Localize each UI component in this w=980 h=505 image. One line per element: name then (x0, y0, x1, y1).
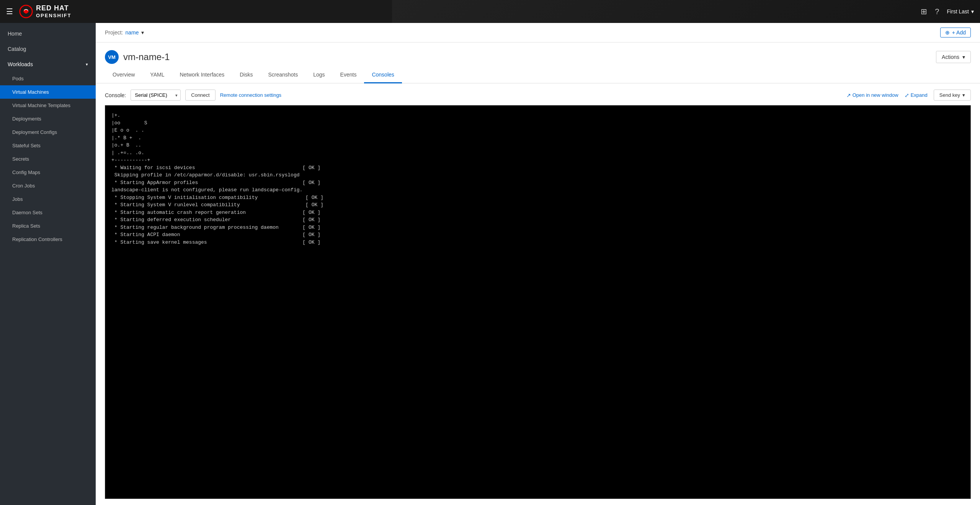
sidebar-item-workloads[interactable]: Workloads ▾ (0, 57, 96, 72)
vm-badge: VM (105, 50, 119, 64)
tab-disks[interactable]: Disks (232, 67, 260, 83)
sidebar-item-cron-jobs[interactable]: Cron Jobs (0, 179, 96, 192)
user-menu[interactable]: First Last ▾ (947, 8, 974, 15)
sidebar-item-virtual-machines[interactable]: Virtual Machines (0, 85, 96, 99)
sidebar-item-config-maps[interactable]: Config Maps (0, 166, 96, 179)
openshift-logo-icon (19, 5, 33, 18)
terminal-line: * Stopping System V initialisation compa… (111, 194, 964, 202)
hamburger-icon[interactable]: ☰ (6, 7, 13, 16)
terminal-window[interactable]: |+.|oo S|E o o . .|.* B + .|o.+ B ..| .+… (105, 105, 971, 499)
terminal-line: * Starting automatic crash report genera… (111, 209, 964, 217)
sidebar-item-catalog[interactable]: Catalog (0, 41, 96, 57)
user-menu-chevron-icon: ▾ (971, 8, 974, 15)
terminal-line: Skipping profile in /etc/apparmor.d/disa… (111, 171, 964, 179)
workloads-chevron-icon: ▾ (86, 62, 88, 67)
console-actions: ↗ Open in new window ⤢ Expand Send key ▾ (846, 90, 971, 101)
top-navigation: ☰ RED HAT OPENSHIFT ⊞ ? First Last ▾ (0, 0, 980, 23)
project-bar: Project: name ▾ ⊕ + Add (96, 23, 980, 42)
sidebar-item-jobs[interactable]: Jobs (0, 192, 96, 206)
send-key-button[interactable]: Send key ▾ (934, 90, 971, 101)
terminal-line: | .+=.. .o. (111, 149, 964, 157)
terminal-line: |oo S (111, 119, 964, 127)
sidebar-item-replica-sets[interactable]: Replica Sets (0, 219, 96, 233)
terminal-line: landscape-client is not configured, plea… (111, 186, 964, 194)
connect-button[interactable]: Connect (185, 90, 215, 101)
add-button[interactable]: ⊕ + Add (940, 28, 971, 37)
user-name: First Last (947, 8, 969, 15)
tab-events[interactable]: Events (333, 67, 364, 83)
remote-connection-link[interactable]: Remote connection settings (220, 92, 281, 98)
sidebar-item-pods[interactable]: Pods (0, 72, 96, 85)
sidebar-item-secrets[interactable]: Secrets (0, 152, 96, 166)
terminal-line: |o.+ B .. (111, 142, 964, 149)
sidebar: Home Catalog Workloads ▾ PodsVirtual Mac… (0, 23, 96, 505)
add-label: + Add (952, 29, 966, 36)
actions-label: Actions (942, 54, 959, 60)
terminal-line: * Starting AppArmor profiles [ OK ] (111, 179, 964, 187)
help-icon[interactable]: ? (935, 7, 939, 16)
project-chevron-icon: ▾ (141, 29, 144, 36)
tab-screenshots[interactable]: Screanshots (260, 67, 305, 83)
terminal-line: |.* B + . (111, 134, 964, 142)
project-name: name (125, 29, 139, 36)
console-section: Console: Serial (SPICE) VNC Console Desk… (96, 83, 980, 505)
sidebar-item-stateful-sets[interactable]: Stateful Sets (0, 139, 96, 152)
sidebar-item-deployment-configs[interactable]: Deployment Configs (0, 125, 96, 139)
tab-consoles[interactable]: Consoles (364, 67, 402, 83)
sidebar-item-replication-controllers[interactable]: Replication Controllers (0, 233, 96, 246)
grid-icon[interactable]: ⊞ (921, 7, 927, 16)
tabs-bar: OverviewYAMLNetwork InterfacesDisksScrea… (96, 67, 980, 83)
sidebar-item-deployments[interactable]: Deployments (0, 112, 96, 125)
terminal-line: * Starting ACPI daemon [ OK ] (111, 231, 964, 239)
workloads-subitems: PodsVirtual MachinesVirtual Machine Temp… (0, 72, 96, 246)
console-select[interactable]: Serial (SPICE) VNC Console Desktop Viewe… (131, 90, 181, 101)
tab-logs[interactable]: Logs (305, 67, 332, 83)
terminal-line: * Starting regular background program pr… (111, 224, 964, 231)
console-label: Console: (105, 92, 126, 98)
console-select-wrapper[interactable]: Serial (SPICE) VNC Console Desktop Viewe… (131, 90, 181, 101)
tab-network-interfaces[interactable]: Network Interfaces (172, 67, 232, 83)
logo-area: RED HAT OPENSHIFT (19, 4, 71, 18)
terminal-line: * Waiting for iscsi devices [ OK ] (111, 164, 964, 172)
terminal-line: * Starting deferred execution scheduler … (111, 216, 964, 224)
content-area: Project: name ▾ ⊕ + Add VM vm-name-1 Act… (96, 23, 980, 505)
external-link-icon: ↗ (846, 92, 851, 98)
open-in-new-window-link[interactable]: ↗ Open in new window (846, 92, 898, 98)
console-controls: Console: Serial (SPICE) VNC Console Desk… (105, 90, 971, 101)
send-key-chevron-icon: ▾ (962, 92, 965, 98)
terminal-line: |+. (111, 112, 964, 119)
vm-header: VM vm-name-1 Actions ▾ (96, 42, 980, 64)
sidebar-item-virtual-machine-templates[interactable]: Virtual Machine Templates (0, 99, 96, 112)
tab-overview[interactable]: Overview (105, 67, 142, 83)
terminal-line: * Starting save kernel messages [ OK ] (111, 239, 964, 246)
terminal-line: +-----------+ (111, 156, 964, 164)
terminal-line: * Starting System V runlevel compatibili… (111, 201, 964, 209)
sidebar-item-home[interactable]: Home (0, 26, 96, 41)
tab-yaml[interactable]: YAML (142, 67, 172, 83)
vm-title: VM vm-name-1 (105, 50, 170, 64)
vm-name: vm-name-1 (123, 52, 170, 62)
logo-text: RED HAT OPENSHIFT (36, 4, 71, 18)
actions-button[interactable]: Actions ▾ (936, 51, 971, 63)
add-icon: ⊕ (945, 29, 950, 36)
sidebar-item-daemon-sets[interactable]: Daemon Sets (0, 206, 96, 219)
terminal-line: |E o o . . (111, 127, 964, 134)
expand-link[interactable]: ⤢ Expand (905, 92, 928, 98)
expand-icon: ⤢ (905, 92, 909, 98)
project-selector[interactable]: Project: name ▾ (105, 29, 144, 36)
project-label: Project: (105, 29, 123, 36)
actions-chevron-icon: ▾ (962, 54, 965, 60)
